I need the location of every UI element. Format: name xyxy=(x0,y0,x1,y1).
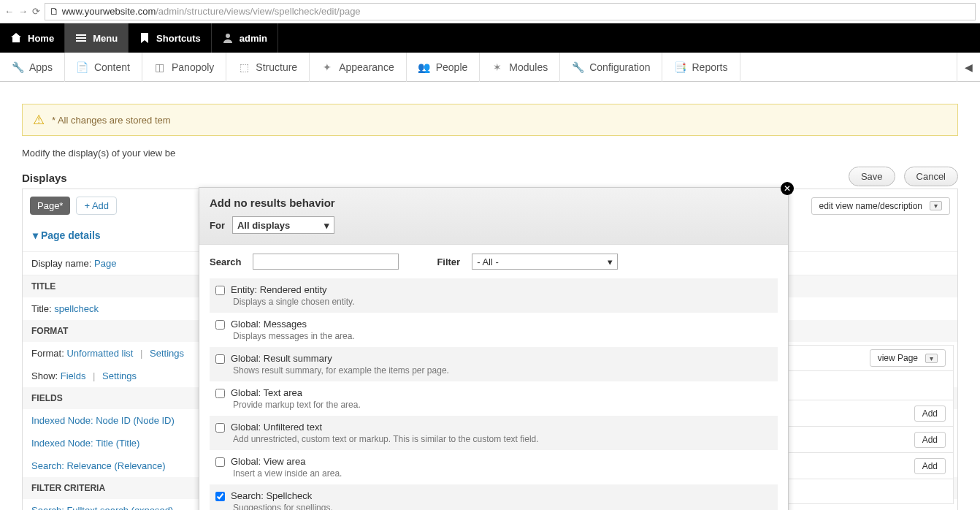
cancel-button[interactable]: Cancel xyxy=(904,167,958,186)
appearance-link[interactable]: ✦Appearance xyxy=(310,53,407,82)
home-button[interactable]: Home xyxy=(0,23,65,53)
user-icon xyxy=(222,32,234,44)
svg-point-0 xyxy=(226,34,230,38)
title-link[interactable]: spellcheck xyxy=(54,303,99,314)
behavior-option[interactable]: Search: SpellcheckSuggestions for spelli… xyxy=(210,484,778,510)
option-checkbox[interactable] xyxy=(215,320,225,330)
option-checkbox[interactable] xyxy=(215,354,225,364)
tab-page[interactable]: Page* xyxy=(30,197,70,215)
behavior-option[interactable]: Global: Result summaryShows result summa… xyxy=(210,347,778,381)
option-desc: Displays messages in the area. xyxy=(233,331,772,341)
format-settings-link[interactable]: Settings xyxy=(150,348,184,359)
configuration-link[interactable]: 🔧Configuration xyxy=(560,53,662,82)
structure-link[interactable]: ⬚Structure xyxy=(226,53,310,82)
option-desc: Displays a single chosen entity. xyxy=(233,297,772,307)
reports-icon: 📑 xyxy=(674,61,686,73)
option-title: Search: Spellcheck xyxy=(231,490,312,501)
option-title: Global: Unfiltered text xyxy=(231,422,322,433)
search-input[interactable] xyxy=(253,254,399,270)
dialog-title: Add no results behavior xyxy=(210,197,778,209)
admin-menu: 🔧Apps 📄Content ◫Panopoly ⬚Structure ✦App… xyxy=(0,53,980,82)
chevron-down-icon: ▾ xyxy=(608,256,613,267)
option-checkbox[interactable] xyxy=(215,389,225,398)
option-title: Global: Result summary xyxy=(231,353,332,364)
home-icon xyxy=(10,32,22,44)
appearance-icon: ✦ xyxy=(321,61,333,73)
warning-icon: ⚠ xyxy=(33,112,45,128)
browser-bar: ← → ⟳ 🗋 www.yourwebsite.com /admin/struc… xyxy=(0,0,980,23)
show-settings-link[interactable]: Settings xyxy=(102,370,137,381)
wrench2-icon: 🔧 xyxy=(572,61,583,73)
back-icon[interactable]: ← xyxy=(4,6,14,17)
behavior-option-list: Entity: Rendered entityDisplays a single… xyxy=(199,278,788,510)
field-relevance[interactable]: Search: Relevance (Relevance) xyxy=(31,460,166,471)
search-label: Search xyxy=(210,256,241,267)
option-title: Global: View area xyxy=(231,456,305,467)
behavior-option[interactable]: Global: MessagesDisplays messages in the… xyxy=(210,313,778,347)
field-title[interactable]: Indexed Node: Title (Title) xyxy=(31,438,139,449)
url-host: www.yourwebsite.com xyxy=(62,6,156,17)
option-desc: Shows result summary, for example the it… xyxy=(233,365,772,376)
behavior-option[interactable]: Global: View areaInsert a view inside an… xyxy=(210,450,778,484)
shortcuts-button[interactable]: Shortcuts xyxy=(129,23,212,53)
behavior-option[interactable]: Global: Unfiltered textAdd unrestricted,… xyxy=(210,416,778,450)
menu-button[interactable]: Menu xyxy=(65,23,129,53)
people-icon: 👥 xyxy=(418,61,430,73)
document-icon: 📄 xyxy=(77,61,88,73)
add-display-button[interactable]: + Add xyxy=(76,197,117,215)
edit-view-name[interactable]: edit view name/description ▾ xyxy=(811,197,950,215)
wrench-icon: 🔧 xyxy=(12,61,23,73)
admin-toolbar: Home Menu Shortcuts admin xyxy=(0,23,980,53)
collapse-toggle[interactable]: ◀ xyxy=(957,53,980,82)
option-checkbox[interactable] xyxy=(215,492,225,501)
option-title: Global: Messages xyxy=(231,319,307,330)
filter-label: Filter xyxy=(437,256,460,267)
behavior-option[interactable]: Entity: Rendered entityDisplays a single… xyxy=(210,278,778,313)
format-link[interactable]: Unformatted list xyxy=(66,348,133,359)
display-name-label: Display name: xyxy=(31,258,91,269)
close-icon[interactable]: ✕ xyxy=(781,182,794,195)
behavior-option[interactable]: Global: Text areaProvide markup text for… xyxy=(210,381,778,416)
modules-link[interactable]: ✶Modules xyxy=(480,53,560,82)
content-link[interactable]: 📄Content xyxy=(65,53,142,82)
chevron-down-icon: ▾ xyxy=(930,201,942,210)
show-fields-link[interactable]: Fields xyxy=(61,370,86,381)
menu-icon xyxy=(75,32,87,44)
display-name-value[interactable]: Page xyxy=(94,258,116,269)
view-page-button[interactable]: view Page ▾ xyxy=(870,349,946,367)
page-details-toggle[interactable]: ▾ Page details xyxy=(33,229,101,241)
for-select[interactable]: All displays ▾ xyxy=(232,216,334,234)
people-link[interactable]: 👥People xyxy=(407,53,481,82)
apps-link[interactable]: 🔧Apps xyxy=(0,53,65,82)
save-button[interactable]: Save xyxy=(849,167,895,186)
option-desc: Add unrestricted, custom text or markup.… xyxy=(233,434,772,444)
option-desc: Suggestions for spellings. xyxy=(233,503,772,510)
option-checkbox[interactable] xyxy=(215,423,225,433)
option-checkbox[interactable] xyxy=(215,457,225,467)
user-button[interactable]: admin xyxy=(212,23,278,53)
add-button-2[interactable]: Add xyxy=(914,432,946,448)
filter-select[interactable]: - All - ▾ xyxy=(472,254,618,270)
reports-link[interactable]: 📑Reports xyxy=(662,53,740,82)
forward-icon[interactable]: → xyxy=(18,6,28,17)
panopoly-icon: ◫ xyxy=(154,61,166,73)
url-path: /admin/structure/views/view/spellcheck/e… xyxy=(156,6,360,17)
option-checkbox[interactable] xyxy=(215,286,225,295)
unsaved-changes-notice: ⚠ * All changes are stored tem xyxy=(22,104,958,136)
reload-icon[interactable]: ⟳ xyxy=(32,6,40,17)
add-button-3[interactable]: Add xyxy=(914,458,946,474)
intro-text: Modify the display(s) of your view be xyxy=(22,148,958,159)
chevron-down-icon: ▾ xyxy=(925,354,938,363)
option-title: Global: Text area xyxy=(231,387,302,398)
filter-fulltext[interactable]: Search: Fulltext search (exposed) xyxy=(31,505,173,510)
bookmark-icon xyxy=(139,32,150,44)
panopoly-link[interactable]: ◫Panopoly xyxy=(142,53,226,82)
url-bar[interactable]: 🗋 www.yourwebsite.com /admin/structure/v… xyxy=(45,3,976,20)
add-button-1[interactable]: Add xyxy=(914,406,946,422)
field-nodeid[interactable]: Indexed Node: Node ID (Node ID) xyxy=(31,415,175,426)
option-title: Entity: Rendered entity xyxy=(231,284,327,295)
for-label: For xyxy=(210,220,225,231)
modules-icon: ✶ xyxy=(491,61,503,73)
displays-heading: Displays xyxy=(22,172,958,184)
option-desc: Insert a view inside an area. xyxy=(233,468,772,479)
